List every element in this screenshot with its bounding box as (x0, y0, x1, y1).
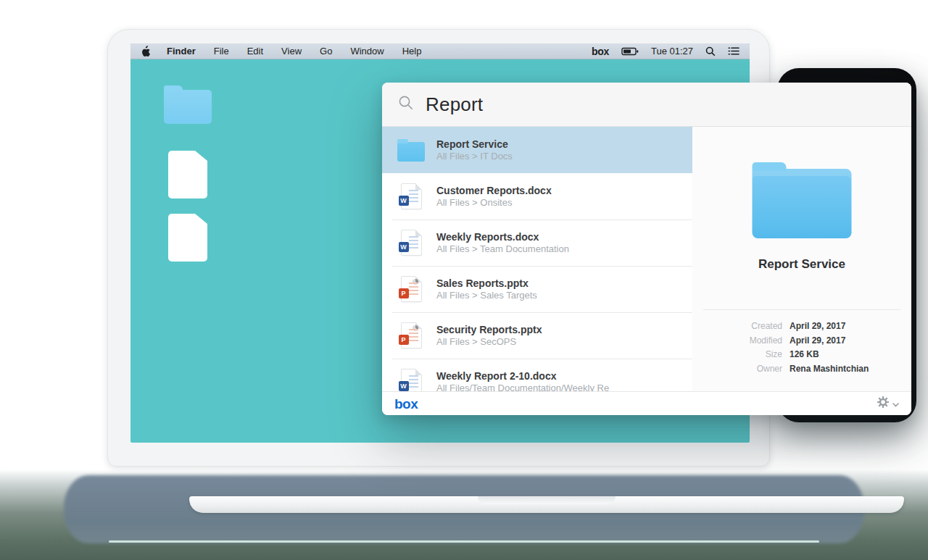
menu-item-help[interactable]: Help (402, 46, 422, 57)
settings-menu-button[interactable] (877, 396, 899, 411)
preview-folder-icon (753, 169, 852, 238)
detail-label: Created (692, 319, 782, 334)
box-search-window: Report Report Service All Files > IT Doc… (382, 83, 911, 415)
desktop-document-icon[interactable] (168, 151, 207, 201)
search-results-list: Report Service All Files > IT Docs W Cus… (382, 127, 692, 391)
result-row-customer-reports[interactable]: W Customer Reports.docx All Files > Onsi… (382, 173, 692, 220)
window-footer: box (382, 391, 911, 415)
desktop-folder-icon[interactable] (164, 90, 212, 124)
result-path: All Files > IT Docs (436, 151, 513, 162)
word-file-icon: W (397, 230, 425, 256)
result-row-security-reports[interactable]: P Security Reports.pptx All Files > SecO… (382, 312, 692, 359)
floor-shadow (0, 469, 928, 560)
marketing-composite: Finder File Edit View Go Window Help box (0, 0, 928, 560)
menu-box-app[interactable]: box (592, 46, 609, 57)
result-title: Weekly Reports.docx (436, 231, 569, 243)
powerpoint-file-icon: P (397, 322, 425, 348)
detail-value: April 29, 2017 (790, 334, 900, 348)
menu-item-finder[interactable]: Finder (167, 46, 196, 57)
detail-label: Owner (692, 362, 782, 377)
apple-icon[interactable] (141, 46, 150, 57)
result-path: All Files > Onsites (436, 197, 552, 209)
result-title: Security Reports.pptx (436, 324, 542, 336)
word-file-icon: W (397, 369, 425, 391)
laptop-notch (478, 496, 616, 504)
menu-item-go[interactable]: Go (320, 46, 332, 57)
result-path: All Files > SecOPS (436, 336, 542, 348)
folder-icon (397, 138, 425, 162)
result-title: Customer Reports.docx (436, 185, 552, 197)
menu-bar: Finder File Edit View Go Window Help box (130, 43, 750, 59)
gear-icon (877, 396, 889, 411)
preview-divider (703, 309, 900, 310)
menu-item-window[interactable]: Window (350, 46, 384, 57)
search-icon[interactable] (705, 46, 716, 57)
result-row-weekly-reports[interactable]: W Weekly Reports.docx All Files > Team D… (382, 220, 692, 266)
result-title: Report Service (436, 138, 513, 151)
floor-highlight-line (109, 540, 819, 543)
file-details: Created April 29, 2017 Modified April 29… (692, 319, 900, 376)
search-input[interactable]: Report (382, 83, 911, 127)
search-magnifier-icon (398, 95, 414, 114)
preview-title: Report Service (692, 257, 911, 272)
menu-clock[interactable]: Tue 01:27 (651, 46, 693, 57)
list-icon[interactable] (728, 46, 740, 56)
result-row-report-service[interactable]: Report Service All Files > IT Docs (382, 127, 692, 173)
menu-item-file[interactable]: File (214, 46, 229, 57)
result-path: All Files > Team Documentation (436, 243, 569, 255)
result-path: All Files > Sales Targets (436, 290, 537, 301)
result-title: Sales Reports.pptx (436, 277, 537, 290)
detail-label: Modified (692, 334, 782, 348)
search-query-text: Report (426, 93, 483, 116)
preview-panel: Report Service Created April 29, 2017 Mo… (692, 127, 911, 391)
result-title: Weekly Report 2-10.docx (436, 370, 609, 383)
box-logo: box (394, 397, 418, 411)
laptop-base (189, 496, 904, 513)
detail-label: Size (692, 348, 782, 362)
detail-value: Rena Mashintchian (790, 362, 900, 377)
result-row-sales-reports[interactable]: P Sales Reports.pptx All Files > Sales T… (382, 266, 692, 312)
desktop-document-icon[interactable] (168, 214, 207, 264)
powerpoint-file-icon: P (397, 276, 425, 302)
menu-item-edit[interactable]: Edit (247, 46, 263, 57)
word-file-icon: W (397, 183, 425, 209)
chevron-down-icon (892, 397, 899, 410)
result-path: All Files/Team Documentation/Weekly Re (436, 383, 609, 392)
battery-icon[interactable] (621, 47, 639, 56)
menu-item-view[interactable]: View (281, 46, 302, 57)
detail-value: 126 KB (790, 348, 900, 362)
detail-value: April 29, 2017 (790, 319, 900, 334)
result-row-weekly-report-2-10[interactable]: W Weekly Report 2-10.docx All Files/Team… (382, 359, 692, 391)
